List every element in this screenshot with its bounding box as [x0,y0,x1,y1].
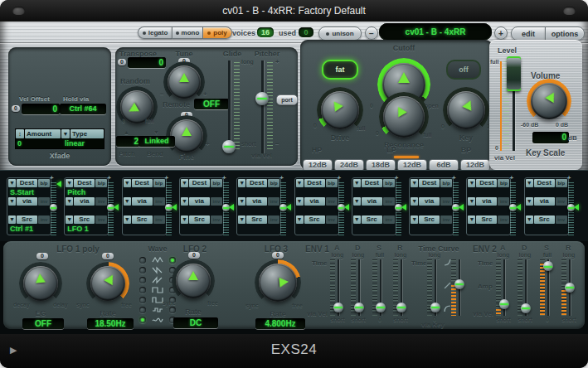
src-select[interactable]: Src [534,215,555,224]
env2-a-slider[interactable]: Alongshort [496,252,511,322]
lfo3-zero-button[interactable]: 0 [272,252,284,259]
env2-a-handle[interactable] [499,299,509,309]
via-dropdown-icon[interactable]: ▼ [8,197,16,206]
time-curve-time-slider[interactable]: long0 [427,252,442,322]
bp-toggle[interactable]: b/p [38,179,50,187]
lfo1-wave-radio-5[interactable] [139,307,146,313]
via-invert-toggle[interactable]: inv [211,197,222,206]
src-value[interactable] [526,225,567,233]
env2-s-slider[interactable]: Sfull0 [540,252,555,322]
bp-toggle[interactable]: b/p [326,179,338,187]
remote-display[interactable]: OFF [194,99,229,109]
amount-marker[interactable] [229,204,234,211]
via-invert-toggle[interactable]: inv [95,197,107,206]
via-select[interactable]: via [304,197,325,206]
amount-marker[interactable] [516,204,521,211]
env1-a-slider[interactable]: Alongshort [330,252,345,322]
lfo1-wave-radio-3[interactable] [139,287,146,293]
src-invert-toggle[interactable]: inv [95,215,107,224]
dest-value[interactable] [353,188,395,196]
dest-dropdown-icon[interactable]: ▼ [353,179,361,187]
time-curve-curve-handle[interactable] [454,279,464,289]
dest-dropdown-icon[interactable]: ▼ [468,179,475,187]
preset-next-button[interactable]: + [494,27,508,40]
vel-offset-display[interactable]: 0 [22,104,60,114]
preset-prev-button[interactable]: − [365,27,378,40]
src-invert-toggle[interactable]: inv [440,215,452,224]
options-button[interactable]: options [545,27,585,41]
dest-value[interactable]: Pitch [66,188,107,196]
glide-slider-handle[interactable] [222,140,236,153]
dest-select[interactable]: Dest [419,179,440,187]
bp-toggle[interactable]: b/p [383,179,395,187]
window-dot-right[interactable] [563,7,576,15]
via-select[interactable]: via [246,197,267,206]
src-value[interactable] [353,225,395,233]
via-dropdown-icon[interactable]: ▼ [238,197,245,206]
dest-select[interactable]: Dest [362,179,382,187]
via-select[interactable]: via [74,197,95,206]
via-select[interactable]: via [132,197,153,206]
xfade-amount-value[interactable]: 0 [16,138,63,147]
via-value[interactable] [124,206,165,215]
via-dropdown-icon[interactable]: ▼ [66,197,73,206]
src-select[interactable]: Src [74,215,95,224]
lfo2-rate-display[interactable]: DC [173,317,218,328]
via-value[interactable] [8,206,50,215]
dest-select[interactable]: Dest [246,179,267,187]
via-invert-toggle[interactable]: inv [38,197,50,206]
amount-marker[interactable] [56,181,61,187]
lfo1-eg-display[interactable]: OFF [22,318,64,329]
src-select[interactable]: Src [362,215,382,224]
via-dropdown-icon[interactable]: ▼ [526,197,533,206]
dest-value[interactable] [526,188,567,196]
transpose-zero-button[interactable]: 0 [118,59,126,65]
src-value[interactable]: Ctrl #1 [8,225,50,233]
amount-slider-handle[interactable] [50,204,57,211]
via-invert-toggle[interactable]: inv [153,197,165,206]
amount-marker[interactable] [401,204,406,211]
voices-display[interactable]: 16 [257,27,274,37]
dest-value[interactable] [296,188,338,196]
time-curve-time-handle[interactable] [430,303,440,312]
via-select[interactable]: via [189,197,210,206]
amount-marker[interactable] [286,204,291,211]
via-dropdown-icon[interactable]: ▼ [353,197,361,206]
env1-r-slider[interactable]: Rlongshort [393,252,408,322]
legato-button[interactable]: legato [138,27,172,39]
hold-via-display[interactable]: Ctrl #64 [60,104,106,114]
amount-marker[interactable] [344,204,349,211]
env1-s-slider[interactable]: Sfull0 [372,252,387,322]
tune-knob[interactable] [168,65,201,99]
dest-dropdown-icon[interactable]: ▼ [124,179,131,187]
lfo1-eg-zero-button[interactable]: 0 [36,253,48,259]
bp-toggle[interactable]: b/p [211,179,222,187]
dest-select[interactable]: Dest [304,179,325,187]
env2-d-slider[interactable]: Dlongshort [518,252,532,322]
lfo1-wave-radio-2[interactable] [139,277,146,283]
via-value[interactable] [66,206,107,215]
via-select[interactable]: via [17,197,37,206]
src-value[interactable] [296,225,338,233]
dest-select[interactable]: Dest [74,179,95,187]
src-value[interactable] [468,225,509,233]
bend-up-display[interactable]: 2 [116,136,141,147]
transpose-display[interactable]: 0 [128,57,166,68]
dest-select[interactable]: Dest [17,179,37,187]
env2-s-handle[interactable] [543,261,553,271]
src-invert-toggle[interactable]: inv [383,215,395,224]
bend-down-arrow[interactable]: ▼ [153,129,159,135]
dest-dropdown-icon[interactable]: ▼ [8,179,16,187]
bp-toggle[interactable]: b/p [268,179,279,187]
via-select[interactable]: via [419,197,440,206]
via-dropdown-icon[interactable]: ▼ [181,197,188,206]
lfo1-rate-knob[interactable] [90,266,125,301]
via-select[interactable]: via [476,197,497,206]
lfo2-rate-knob[interactable] [176,264,211,298]
via-value[interactable] [468,206,509,215]
via-invert-toggle[interactable]: inv [268,197,279,206]
src-dropdown-icon[interactable]: ▼ [468,215,475,224]
amount-column-header[interactable]: Amount [25,129,61,138]
dest-dropdown-icon[interactable]: ▼ [238,179,245,187]
src-dropdown-icon[interactable]: ▼ [238,215,245,224]
